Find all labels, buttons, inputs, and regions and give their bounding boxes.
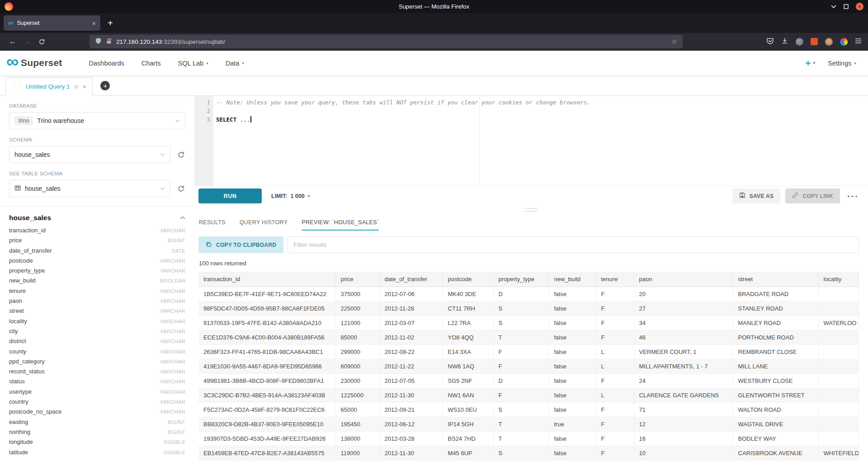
cell-new-build: true	[549, 417, 596, 432]
tab-query-history[interactable]: QUERY HISTORY	[240, 219, 288, 231]
query-tab-active[interactable]: ⋮⋮ Untitled Query 1 ×	[5, 77, 93, 96]
column-list-item: usertype VARCHAR	[9, 388, 185, 398]
table-row[interactable]: ECE1D376-C9A6-4C00-B004-A380B189FA56 850…	[198, 330, 859, 345]
superset-brand[interactable]: ∞ Superset	[6, 57, 62, 68]
nav-data[interactable]: Data▾	[217, 51, 253, 75]
back-icon[interactable]: ←	[5, 35, 20, 48]
table-row[interactable]: 193907D3-5DBD-453D-A49E-9FEE27DAB926 138…	[198, 432, 859, 446]
table-row[interactable]: 2636F323-FF41-4765-81DB-98CAA6A43BC1 299…	[198, 345, 859, 359]
query-tab-close-icon[interactable]: ×	[83, 83, 87, 90]
close-window-icon[interactable]: ×	[856, 3, 863, 10]
column-list-item: property_type VARCHAR	[9, 267, 185, 277]
database-engine-badge: trino	[14, 116, 33, 125]
table-row[interactable]: 499B1981-3B6B-4BCD-808F-9FED9802BFA1 230…	[198, 374, 859, 388]
url-text[interactable]: 217.160.120.143:32393/superset/sqllab/	[116, 38, 225, 45]
limit-dropdown[interactable]: LIMIT: 1 000 ▾	[271, 193, 310, 199]
table-row[interactable]: 3C3C29DC-B7B2-4BE5-914A-A38123AF403B 122…	[198, 388, 859, 403]
cell-street: BODLEY WAY	[733, 432, 818, 446]
more-options-icon[interactable]: ···	[847, 192, 859, 201]
copy-to-clipboard-button[interactable]: COPY TO CLIPBOARD	[198, 236, 283, 253]
add-query-tab-button[interactable]: +	[100, 81, 110, 90]
column-name: tenure	[9, 287, 26, 294]
sql-comment: -- Note: Unless you save your query, the…	[216, 99, 590, 106]
refresh-schema-icon[interactable]	[176, 151, 185, 159]
minimize-icon[interactable]	[831, 5, 836, 9]
column-header[interactable]: transaction_id	[198, 272, 335, 287]
shield-icon[interactable]	[95, 38, 102, 46]
browser-tab-superset[interactable]: ∞ Superset ×	[4, 15, 100, 31]
column-list-item: longitude DOUBLE	[9, 438, 185, 448]
column-name: record_status	[9, 368, 45, 375]
column-header[interactable]: paon	[634, 272, 733, 287]
url-bar[interactable]: 217.160.120.143:32393/superset/sqllab/ ☆	[90, 35, 683, 48]
column-header[interactable]: tenure	[596, 272, 634, 287]
code-area[interactable]: -- Note: Unless you save your query, the…	[213, 96, 868, 186]
cell-date-of-transfer: 2012-03-28	[379, 432, 443, 446]
cell-price: 1225000	[335, 388, 379, 403]
lock-insecure-icon[interactable]	[106, 38, 112, 46]
cell-property-type: D	[493, 374, 549, 388]
settings-menu[interactable]: Settings▾	[828, 60, 856, 67]
cell-property-type: S	[493, 446, 549, 461]
reload-icon[interactable]	[34, 35, 49, 48]
maximize-icon[interactable]	[844, 4, 849, 9]
menu-hamburger-icon[interactable]	[855, 38, 862, 46]
cell-new-build: false	[549, 388, 596, 403]
new-tab-button[interactable]: +	[106, 19, 115, 28]
column-name: locality	[9, 318, 27, 325]
collapse-table-icon[interactable]	[180, 216, 185, 220]
column-header[interactable]: new_build	[549, 272, 596, 287]
tab-close-icon[interactable]: ×	[92, 20, 96, 27]
table-row[interactable]: 1B5C39ED-BE7F-41EF-9E71-9C60EED74A22 375…	[198, 287, 859, 301]
save-as-button[interactable]: SAVE AS	[732, 188, 780, 203]
tab-preview-house-sales[interactable]: PREVIEW: `HOUSE_SALES`	[302, 219, 379, 231]
schema-select[interactable]: house_sales	[9, 146, 170, 163]
nav-sql-lab[interactable]: SQL Lab▾	[169, 51, 217, 75]
url-host: 217.160.120.143	[116, 38, 162, 45]
table-row[interactable]: F5C273AC-0D2A-458F-8279-9C61F0C22EC6 650…	[198, 403, 859, 417]
column-header[interactable]: property_type	[493, 272, 549, 287]
column-header[interactable]: date_of_transfer	[379, 272, 443, 287]
app-header: ∞ Superset Dashboards Charts SQL Lab▾ Da…	[0, 51, 868, 75]
query-tab-label: Untitled Query 1	[26, 83, 70, 90]
pocket-icon[interactable]	[766, 37, 774, 47]
table-row[interactable]: EB1459EB-67ED-47C8-B2E7-A38143AB5575 119…	[198, 446, 859, 461]
monkey-extension-icon[interactable]	[825, 38, 833, 46]
cell-new-build: false	[549, 330, 596, 345]
column-header[interactable]: postcode	[443, 272, 493, 287]
database-select[interactable]: trino Trino warehouse	[9, 112, 185, 129]
cell-tenure: F	[596, 301, 634, 316]
extension-icon[interactable]	[796, 38, 803, 46]
nav-charts[interactable]: Charts	[133, 51, 170, 75]
column-header[interactable]: street	[733, 272, 818, 287]
run-button[interactable]: RUN	[198, 188, 262, 203]
forward-icon[interactable]: →	[20, 35, 34, 48]
filter-results-input[interactable]	[288, 236, 859, 253]
downloads-icon[interactable]	[781, 37, 788, 46]
cell-property-type: F	[493, 345, 549, 359]
drag-handle-icon[interactable]: ⋮⋮	[12, 84, 22, 89]
column-name: latitude	[9, 449, 28, 456]
bookmark-star-icon[interactable]: ☆	[671, 38, 677, 46]
resize-grip[interactable]	[525, 208, 538, 212]
column-list-item: locality VARCHAR	[9, 318, 185, 328]
table-row[interactable]: 419E1030-9A55-4467-8DA9-9FED95D65966 609…	[198, 359, 859, 374]
new-item-button[interactable]: +▾	[805, 58, 815, 68]
table-row[interactable]: 91370533-19F5-47FE-B142-A380A8ADA210 121…	[198, 316, 859, 330]
table-select[interactable]: house_sales	[9, 180, 170, 197]
adblock-extension-icon[interactable]	[811, 38, 818, 45]
sql-editor[interactable]: 123 -- Note: Unless you save your query,…	[194, 96, 868, 186]
copy-link-button[interactable]: COPY LINK	[785, 188, 840, 203]
refresh-table-icon[interactable]	[176, 185, 185, 193]
column-header[interactable]: locality	[818, 272, 859, 287]
table-row[interactable]: BB8320C9-D82B-4B37-90E0-9FEE05095E10 195…	[198, 417, 859, 432]
nav-dashboards[interactable]: Dashboards	[80, 51, 133, 75]
cell-locality	[818, 301, 859, 316]
column-type: VARCHAR	[160, 258, 185, 264]
cell-postcode: BS24 7HD	[443, 432, 493, 446]
column-type: VARCHAR	[160, 379, 185, 384]
pinwheel-extension-icon[interactable]	[840, 38, 848, 46]
table-row[interactable]: 98F5DC47-0D05-4D59-95B7-98CA6F1FDE05 225…	[198, 301, 859, 316]
tab-results[interactable]: RESULTS	[199, 219, 226, 231]
column-header[interactable]: price	[335, 272, 379, 287]
